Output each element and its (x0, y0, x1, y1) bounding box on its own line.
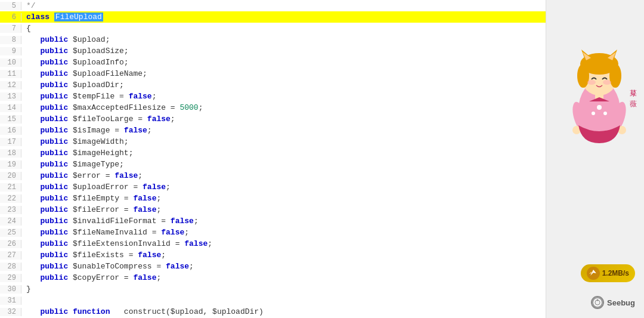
code-line-12: 12 public $uploadDir; (0, 79, 546, 91)
line-num-29: 29 (0, 274, 21, 282)
line-content-30: } (21, 285, 31, 294)
line-num-16: 16 (0, 126, 21, 135)
line-content-29: public $copyError = false; (21, 273, 166, 282)
code-line-19: 19 public $imageType; (0, 159, 546, 170)
seebug-badge: Seebug (591, 296, 635, 309)
line-content-12: public $uploadDir; (21, 81, 129, 89)
code-line-21: 21 public $uploadError = false; (0, 181, 546, 193)
line-num-30: 30 (0, 285, 21, 294)
code-line-14: 14 public $maxAcceptedFilesize = 5000; (0, 102, 546, 113)
line-content-21: public $uploadError = false; (21, 183, 175, 192)
code-line-29: 29 public $copyError = false; (0, 272, 546, 283)
editor-container: 5 */ 6 class FileUpload 7 { 8 public $up… (0, 0, 644, 318)
code-line-25: 25 public $fileNameInvalid = false; (0, 227, 546, 238)
line-content-23: public $fileError = false; (21, 205, 166, 214)
line-num-5: 5 (0, 2, 21, 10)
code-line-16: 16 public $isImage = false; (0, 125, 546, 136)
code-line-26: 26 public $fileExtensionInvalid = false; (0, 238, 546, 249)
anime-character (558, 30, 641, 149)
code-area: 5 */ 6 class FileUpload 7 { 8 public $up… (0, 0, 546, 318)
line-content-17: public $imageWidth; (21, 137, 133, 146)
line-num-9: 9 (0, 47, 21, 55)
line-num-21: 21 (0, 183, 21, 192)
line-num-32: 32 (0, 308, 21, 316)
speed-value: 1.2MB/s (602, 269, 629, 277)
line-content-27: public $fileExists = false; (21, 251, 171, 260)
code-line-28: 28 public $unableToCompress = false; (0, 261, 546, 272)
line-content-11: public $uploadFileName; (21, 69, 152, 78)
line-num-8: 8 (0, 36, 21, 44)
code-line-32: 32 public function construct($upload, $u… (0, 306, 546, 317)
line-num-25: 25 (0, 229, 21, 237)
code-line-30: 30 } (0, 283, 546, 295)
code-line-23: 23 public $fileError = false; (0, 204, 546, 215)
speed-badge: 1.2MB/s (581, 264, 635, 282)
code-line-27: 27 public $fileExists = false; (0, 249, 546, 261)
code-line-13: 13 public $tempFile = false; (0, 91, 546, 102)
code-line-8: 8 public $upload; (0, 34, 546, 45)
line-num-7: 7 (0, 24, 21, 33)
line-content-24: public $invalidFileFormat = false; (21, 217, 203, 226)
line-num-19: 19 (0, 160, 21, 169)
code-line-20: 20 public $error = false; (0, 170, 546, 181)
line-content-26: public $fileExtensionInvalid = false; (21, 239, 217, 248)
line-content-22: public $fileEmpty = false; (21, 194, 166, 203)
svg-point-10 (603, 80, 611, 85)
line-content-16: public $isImage = false; (21, 126, 156, 135)
sidebar-right: 菜り薇 (546, 0, 644, 318)
line-content-7: { (21, 24, 31, 33)
code-line-18: 18 public $imageHeight; (0, 147, 546, 159)
code-line-11: 11 public $uploadFileName; (0, 68, 546, 79)
line-num-20: 20 (0, 172, 21, 180)
line-num-12: 12 (0, 81, 21, 89)
code-line-15: 15 public $fileTooLarge = false; (0, 113, 546, 125)
code-line-10: 10 public $uploadInfo; (0, 57, 546, 68)
code-line-24: 24 public $invalidFileFormat = false; (0, 215, 546, 227)
line-content-14: public $maxAcceptedFilesize = 5000; (21, 103, 208, 112)
line-content-6: class FileUpload (21, 13, 108, 21)
line-content-18: public $imageHeight; (21, 149, 138, 158)
code-line-5: 5 */ (0, 0, 546, 11)
line-content-28: public $unableToCompress = false; (21, 262, 199, 271)
code-line-9: 9 public $uploadSize; (0, 45, 546, 57)
speed-icon (587, 267, 600, 280)
line-num-26: 26 (0, 240, 21, 248)
line-content-15: public $fileTooLarge = false; (21, 115, 179, 124)
svg-point-4 (609, 64, 621, 88)
svg-point-16 (597, 105, 602, 110)
code-line-7: 7 { (0, 23, 546, 34)
line-content-8: public $upload; (21, 35, 114, 44)
line-num-10: 10 (0, 58, 21, 67)
code-line-31: 31 (0, 295, 546, 306)
line-num-6: 6 (0, 13, 21, 21)
svg-point-9 (587, 80, 596, 85)
line-num-13: 13 (0, 92, 21, 101)
code-line-6: 6 class FileUpload (0, 11, 546, 23)
line-num-15: 15 (0, 115, 21, 124)
line-num-23: 23 (0, 206, 21, 214)
svg-point-21 (597, 300, 599, 301)
line-num-18: 18 (0, 149, 21, 158)
seebug-icon (591, 296, 604, 309)
line-content-20: public $error = false; (21, 171, 147, 180)
line-num-11: 11 (0, 70, 21, 78)
svg-point-17 (592, 112, 595, 115)
seebug-label: Seebug (607, 298, 635, 307)
svg-point-19 (593, 298, 602, 307)
line-num-14: 14 (0, 104, 21, 112)
line-content-25: public $fileNameInvalid = false; (21, 228, 194, 237)
line-num-31: 31 (0, 297, 21, 305)
line-content-10: public $uploadInfo; (21, 58, 133, 67)
line-content-5: */ (21, 1, 36, 10)
line-content-32: public function construct($upload, $uplo… (21, 307, 264, 316)
svg-point-18 (603, 112, 607, 115)
line-num-27: 27 (0, 251, 21, 260)
svg-point-3 (577, 64, 589, 88)
code-line-17: 17 public $imageWidth; (0, 136, 546, 147)
line-num-28: 28 (0, 263, 21, 271)
line-num-24: 24 (0, 217, 21, 226)
line-num-22: 22 (0, 194, 21, 203)
line-content-19: public $imageType; (21, 160, 129, 169)
line-num-17: 17 (0, 138, 21, 146)
code-line-22: 22 public $fileEmpty = false; (0, 193, 546, 204)
